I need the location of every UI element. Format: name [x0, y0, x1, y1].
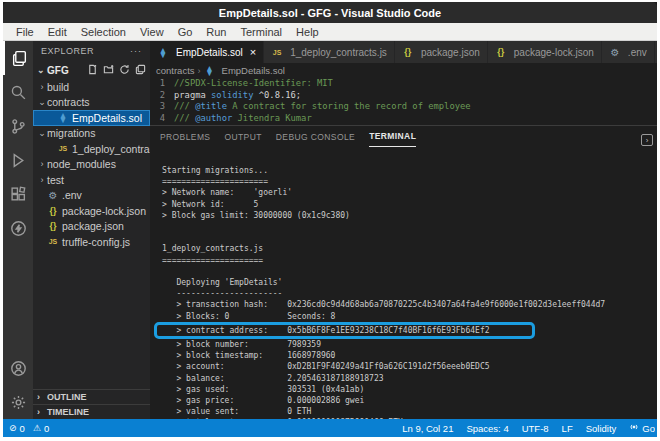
- code-token: //SPDX-License-Identifier: MIT: [174, 78, 333, 88]
- terminal-line: Starting migrations...: [162, 165, 657, 176]
- panel-tab-problems[interactable]: PROBLEMS: [160, 126, 210, 147]
- tab-tru[interactable]: JStru: [655, 41, 657, 63]
- json-file-icon: {}: [402, 47, 414, 57]
- menu-item-edit[interactable]: Edit: [41, 26, 74, 38]
- new-file-icon[interactable]: [87, 64, 98, 77]
- tree-item-contracts[interactable]: ⌄contracts: [33, 95, 150, 111]
- error-status[interactable]: ⊘0: [9, 423, 25, 434]
- section-timeline[interactable]: ›TIMELINE: [33, 404, 150, 419]
- code-token: pragma: [174, 90, 211, 100]
- json-file-icon: {}: [47, 221, 59, 231]
- code-token: ///: [174, 101, 195, 111]
- tab-label: package-lock.json: [514, 47, 594, 58]
- panel-tab-output[interactable]: OUTPUT: [224, 126, 261, 147]
- section-outline[interactable]: ›OUTLINE: [33, 389, 150, 404]
- menu-item-go[interactable]: Go: [171, 26, 200, 38]
- tree-item-label: .env: [62, 189, 82, 201]
- tree-item-truffle-config-js[interactable]: JStruffle-config.js: [33, 234, 150, 250]
- status-item-lf[interactable]: LF: [562, 423, 573, 434]
- tree-item-empdetails-sol[interactable]: ⧫EmpDetails.sol: [33, 110, 150, 126]
- status-item-solidity[interactable]: Solidity: [586, 423, 617, 434]
- refresh-icon[interactable]: [119, 64, 130, 77]
- search-icon[interactable]: [3, 75, 33, 109]
- tree-item-migrations[interactable]: ⌄migrations: [33, 126, 150, 142]
- breadcrumb-item[interactable]: contracts: [156, 65, 195, 76]
- close-icon[interactable]: ×: [250, 46, 256, 58]
- activity-bar-top: [3, 41, 33, 351]
- status-item-spaces-4[interactable]: Spaces: 4: [466, 423, 508, 434]
- settings-gear-icon[interactable]: [3, 385, 33, 419]
- tree-item-1-deploy-contracts-js[interactable]: JS1_deploy_contracts.js: [33, 141, 150, 157]
- terminal-line: > block timestamp: 1668978960: [162, 350, 657, 361]
- lightning-icon[interactable]: [3, 211, 33, 245]
- code-token: ///: [174, 113, 195, 123]
- vscode-window: EmpDetails.sol - GFG - Visual Studio Cod…: [3, 2, 657, 437]
- status-item-utf-8[interactable]: UTF-8: [522, 423, 549, 434]
- js-file-icon: JS: [271, 49, 283, 56]
- tab-1-deploy-contracts-js[interactable]: JS1_deploy_contracts.js: [264, 41, 395, 63]
- terminal-line: > account: 0xD2B1F9F40249a41Ff0a626C191d…: [162, 361, 657, 372]
- line-number: 4: [150, 113, 174, 125]
- menu-item-file[interactable]: File: [9, 26, 41, 38]
- tree-item-label: migrations: [47, 127, 95, 139]
- contract-address-highlight: > contract address: 0x5bB6F8Fe1EE93238C1…: [154, 322, 535, 339]
- status-right: Ln 9, Col 21Spaces: 4UTF-8LFSolidityGo: [402, 422, 655, 434]
- extensions-icon[interactable]: [3, 177, 33, 211]
- activity-bar-bottom: [3, 351, 33, 419]
- code-line: 2pragma solidity ^0.8.16;: [150, 90, 657, 102]
- env-gear-icon: ⚙: [47, 190, 59, 201]
- sol-file-icon: ⧫: [204, 65, 216, 76]
- tree-item--env[interactable]: ⚙.env: [33, 188, 150, 204]
- code-editor[interactable]: 1//SPDX-License-Identifier: MIT2pragma s…: [150, 78, 657, 125]
- chevron-down-icon: ⌄: [37, 65, 47, 75]
- source-control-icon[interactable]: [3, 109, 33, 143]
- chevron-right-icon: ›: [37, 175, 47, 185]
- tree-item-label: contracts: [47, 96, 90, 108]
- line-number: 2: [150, 90, 174, 102]
- terminal-output[interactable]: Starting migrations...==================…: [150, 147, 657, 419]
- menu-item-help[interactable]: Help: [289, 26, 326, 38]
- terminal-line: > balance: 2.205463187188918723: [162, 373, 657, 384]
- tree-item-label: truffle-config.js: [62, 236, 130, 248]
- breadcrumb-item[interactable]: EmpDetails.sol: [222, 65, 285, 76]
- tab--env[interactable]: ⚙.env: [602, 41, 655, 63]
- tab-empdetails-sol[interactable]: ⧫EmpDetails.sol×: [150, 41, 264, 63]
- warning-status[interactable]: ⚠0: [33, 423, 49, 434]
- explorer-icon[interactable]: [3, 41, 33, 75]
- terminal-line: ======================: [162, 176, 657, 187]
- collapse-all-icon[interactable]: [135, 64, 146, 77]
- sol-file-icon: ⧫: [157, 47, 169, 58]
- breadcrumb[interactable]: contracts›⧫EmpDetails.sol: [150, 63, 657, 78]
- bottom-panel: PROBLEMSOUTPUTDEBUG CONSOLETERMINAL› Sta…: [150, 125, 657, 419]
- folder-section-header[interactable]: ⌄ GFG: [33, 61, 150, 79]
- tab-package-json[interactable]: {}package.json: [395, 41, 488, 63]
- panel-tab-terminal[interactable]: TERMINAL: [369, 126, 416, 147]
- menu-item-view[interactable]: View: [133, 26, 171, 38]
- tree-item-test[interactable]: ›test: [33, 172, 150, 188]
- code-token: Jitendra Kumar: [232, 113, 311, 123]
- run-debug-icon[interactable]: [3, 143, 33, 177]
- account-icon[interactable]: [3, 351, 33, 385]
- editor-tab-bar: ⧫EmpDetails.sol×JS1_deploy_contracts.js{…: [150, 41, 657, 63]
- tree-item-package-lock-json[interactable]: {}package-lock.json: [33, 203, 150, 219]
- menu-bar: FileEditSelectionViewGoRunTerminalHelp: [3, 23, 657, 41]
- tree-item-label: test: [47, 174, 64, 186]
- go-live-button[interactable]: Go: [629, 422, 655, 434]
- terminal-line: [162, 221, 657, 232]
- tab-package-lock-json[interactable]: {}package-lock.json: [488, 41, 602, 63]
- tree-item-build[interactable]: ›build: [33, 79, 150, 95]
- title-bar: EmpDetails.sol - GFG - Visual Studio Cod…: [3, 2, 657, 23]
- new-folder-icon[interactable]: [103, 64, 114, 77]
- menu-item-selection[interactable]: Selection: [74, 26, 133, 38]
- code-token: ^0.8.16;: [253, 90, 301, 100]
- menu-item-terminal[interactable]: Terminal: [234, 26, 290, 38]
- tree-item-node-modules[interactable]: ›node_modules: [33, 157, 150, 173]
- explorer-more-actions[interactable]: ···: [130, 46, 142, 56]
- panel-actions[interactable]: ›: [641, 129, 653, 147]
- section-label: TIMELINE: [47, 407, 89, 417]
- status-item-ln-9-col-21[interactable]: Ln 9, Col 21: [402, 423, 453, 434]
- panel-tab-debug-console[interactable]: DEBUG CONSOLE: [276, 126, 355, 147]
- menu-item-run[interactable]: Run: [199, 26, 233, 38]
- code-text: //SPDX-License-Identifier: MIT: [174, 78, 333, 90]
- tree-item-package-json[interactable]: {}package.json: [33, 219, 150, 235]
